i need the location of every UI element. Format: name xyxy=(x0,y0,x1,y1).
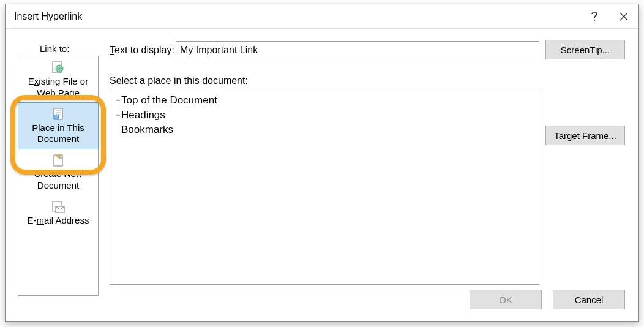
sidebar-item-label: Existing File or Web Page xyxy=(21,76,95,99)
sidebar-item-label: Place in This Document xyxy=(21,122,95,146)
email-icon xyxy=(51,200,66,214)
sidebar-item-label: E-mail Address xyxy=(28,215,89,227)
globe-page-icon xyxy=(51,61,66,75)
tree-item-label: Top of the Document xyxy=(121,94,217,107)
text-to-display-input[interactable] xyxy=(176,41,539,59)
sidebar-item-create-new-document[interactable]: Create New Document xyxy=(18,149,98,195)
screentip-button[interactable]: ScreenTip... xyxy=(545,40,625,59)
help-icon xyxy=(591,11,598,22)
tree-item-label: Bookmarks xyxy=(121,124,173,136)
insert-hyperlink-dialog: Insert Hyperlink Link to: Existing File … xyxy=(5,4,639,322)
window-controls xyxy=(580,4,638,28)
text-to-display-label: Text to display: xyxy=(110,45,174,56)
svg-point-0 xyxy=(594,19,595,20)
select-place-label: Select a place in this document: xyxy=(110,75,248,86)
dialog-buttons: OK Cancel xyxy=(470,290,625,309)
tree-item-top[interactable]: Top of the Document xyxy=(114,93,535,108)
document-places-tree[interactable]: Top of the Document Headings Bookmarks xyxy=(110,89,539,285)
dialog-body: Link to: Existing File or Web Page Place… xyxy=(6,29,638,321)
document-place-icon xyxy=(51,108,66,121)
tree-item-bookmarks[interactable]: Bookmarks xyxy=(114,122,535,137)
dialog-title: Insert Hyperlink xyxy=(14,11,82,22)
tree-item-headings[interactable]: Headings xyxy=(114,108,535,122)
ok-button[interactable]: OK xyxy=(470,290,542,309)
help-button[interactable] xyxy=(580,4,609,28)
link-to-sidebar: Existing File or Web Page Place in This … xyxy=(18,56,99,296)
sidebar-item-email-address[interactable]: E-mail Address xyxy=(18,195,98,230)
svg-point-4 xyxy=(54,115,59,119)
sidebar-item-existing-file[interactable]: Existing File or Web Page xyxy=(18,56,98,103)
link-to-label: Link to: xyxy=(40,43,69,54)
new-document-icon xyxy=(51,154,66,167)
tree-item-label: Headings xyxy=(121,109,165,121)
titlebar: Insert Hyperlink xyxy=(6,4,638,29)
cancel-button[interactable]: Cancel xyxy=(553,290,625,309)
target-frame-button[interactable]: Target Frame... xyxy=(545,126,625,145)
sidebar-item-label: Create New Document xyxy=(21,168,95,192)
close-icon xyxy=(620,12,628,21)
sidebar-item-place-in-document[interactable]: Place in This Document xyxy=(18,102,99,150)
close-button[interactable] xyxy=(609,4,638,28)
